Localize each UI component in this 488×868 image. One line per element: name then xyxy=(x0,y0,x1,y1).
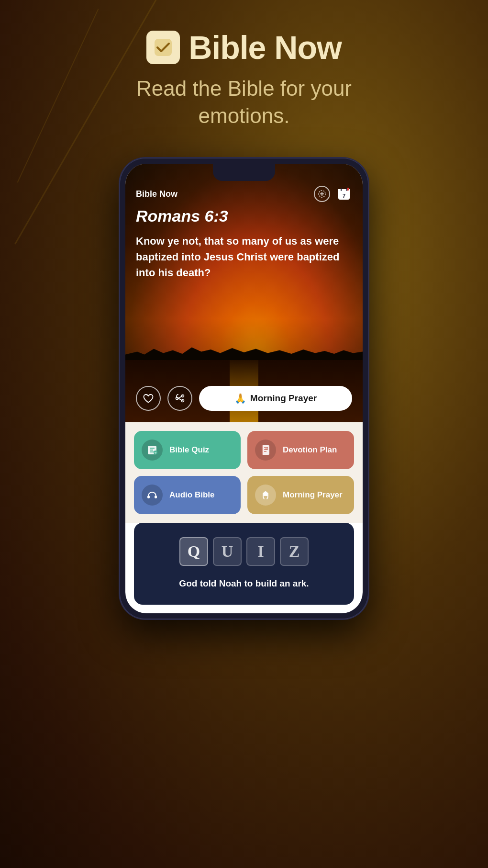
quiz-letter-z: Z xyxy=(280,537,309,566)
phone-notch xyxy=(213,164,275,181)
verse-app-name: Bible Now xyxy=(136,189,177,199)
share-icon xyxy=(175,393,185,404)
feature-card-devotion[interactable]: Devotion Plan xyxy=(247,431,354,469)
quiz-letter-q: Q xyxy=(179,537,208,566)
feature-label-devotion: Devotion Plan xyxy=(283,445,337,455)
svg-rect-25 xyxy=(147,496,150,498)
phone-container: Bible Now xyxy=(0,158,488,619)
app-icon xyxy=(146,31,180,64)
feature-card-bible-quiz[interactable]: ? Bible Quiz xyxy=(134,431,241,469)
svg-text:7: 7 xyxy=(343,193,345,199)
quiz-icon-circle: ? xyxy=(142,440,163,461)
app-title-row: Bible Now xyxy=(0,29,488,66)
verse-content: Romans 6:3 Know ye not, that so many of … xyxy=(136,207,352,281)
morning-prayer-label: Morning Prayer xyxy=(250,393,317,404)
app-subtitle: Read the Bible for your emotions. xyxy=(100,75,388,129)
book-icon xyxy=(260,444,271,456)
svg-rect-26 xyxy=(155,496,157,498)
audio-icon-circle xyxy=(142,485,163,506)
phone-screen: Bible Now xyxy=(125,164,363,613)
feature-card-audio[interactable]: Audio Bible xyxy=(134,476,241,514)
feature-label-audio: Audio Bible xyxy=(169,490,214,500)
calendar-button[interactable]: 7 xyxy=(336,186,352,202)
prayer-hands-icon: 🙏 xyxy=(234,393,246,404)
feature-label-quiz: Bible Quiz xyxy=(169,445,209,455)
verse-section: Bible Now xyxy=(125,164,363,422)
svg-point-13 xyxy=(176,397,178,400)
quiz-letter-u: U xyxy=(213,537,242,566)
headphones-icon xyxy=(146,489,158,501)
verse-actions: 🙏 Morning Prayer xyxy=(136,386,352,411)
like-button[interactable] xyxy=(136,386,161,411)
devotion-icon-circle xyxy=(255,440,276,461)
quiz-letter-i: I xyxy=(246,537,275,566)
header-icons: 7 xyxy=(314,186,352,202)
heart-icon xyxy=(143,394,154,403)
quiz-icon: ? xyxy=(146,444,158,456)
calendar-icon: 7 xyxy=(337,187,351,201)
verse-header: Bible Now xyxy=(125,186,363,202)
quiz-question: God told Noah to build an ark. xyxy=(144,577,344,590)
feature-card-prayer[interactable]: Morning Prayer xyxy=(247,476,354,514)
feature-grid: ? Bible Quiz xyxy=(125,422,363,523)
share-button[interactable] xyxy=(167,386,192,411)
morning-prayer-button[interactable]: 🙏 Morning Prayer xyxy=(199,386,352,411)
svg-point-11 xyxy=(182,395,184,397)
verse-text: Know ye not, that so many of us as were … xyxy=(136,233,352,281)
phone-frame: Bible Now xyxy=(120,158,368,619)
svg-rect-21 xyxy=(262,445,263,455)
hands-icon xyxy=(260,489,271,501)
plus-icon xyxy=(318,190,326,198)
app-title: Bible Now xyxy=(189,29,342,66)
quiz-letters: Q U I Z xyxy=(144,537,344,566)
checkmark-icon xyxy=(154,38,173,57)
quiz-section: Q U I Z God told Noah to build an ark. xyxy=(134,523,354,605)
verse-reference: Romans 6:3 xyxy=(136,207,352,225)
svg-point-12 xyxy=(182,400,184,402)
svg-text:?: ? xyxy=(155,451,156,455)
app-header: Bible Now Read the Bible for your emotio… xyxy=(0,0,488,144)
add-button[interactable] xyxy=(314,186,330,202)
feature-label-prayer: Morning Prayer xyxy=(283,490,343,500)
prayer-icon-circle xyxy=(255,485,276,506)
